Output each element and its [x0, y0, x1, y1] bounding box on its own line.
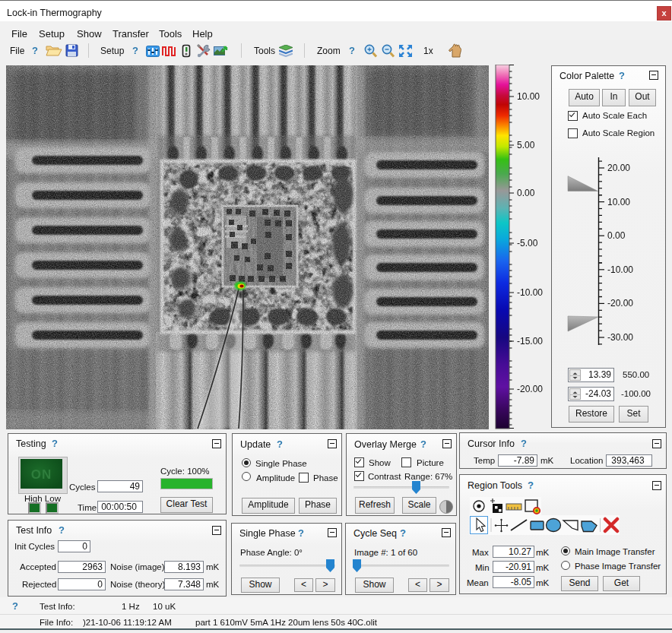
svg-text:-30.00: -30.00	[607, 332, 633, 343]
svg-text:10.00: 10.00	[517, 91, 540, 102]
svg-text:0.00: 0.00	[607, 230, 626, 241]
svg-text:10.00: 10.00	[607, 197, 630, 207]
svg-text:-10.00: -10.00	[517, 287, 543, 298]
svg-text:5.00: 5.00	[517, 140, 535, 150]
svg-text:20.00: 20.00	[607, 163, 630, 173]
svg-text:-10.00: -10.00	[607, 264, 633, 275]
svg-text:0.00: 0.00	[517, 188, 535, 198]
svg-text:-5.00: -5.00	[517, 238, 538, 248]
svg-text:-20.00: -20.00	[607, 298, 633, 309]
svg-text:-15.00: -15.00	[517, 336, 543, 347]
svg-text:-20.00: -20.00	[517, 384, 543, 394]
